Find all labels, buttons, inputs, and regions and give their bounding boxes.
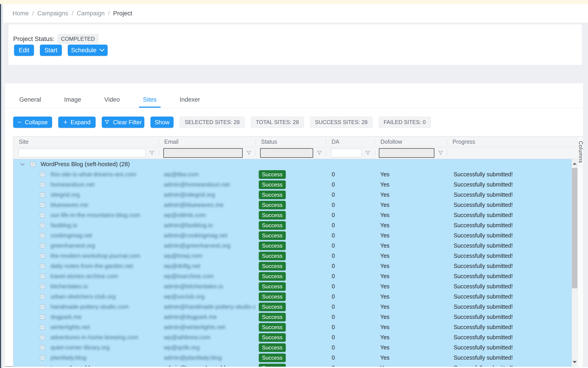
table-row[interactable]: ✓this-site-is-what-dreams-are.comwp@ttiw…: [13, 169, 572, 179]
clear-filter-button[interactable]: Clear Filter: [102, 117, 144, 128]
table-row[interactable]: ✓toverunbearable.usadmin@toverunbearable…: [13, 363, 572, 367]
row-checkbox[interactable]: ✓: [40, 213, 45, 218]
tab-image[interactable]: Image: [64, 96, 81, 108]
row-checkbox[interactable]: ✓: [40, 172, 45, 177]
row-checkbox[interactable]: ✓: [40, 243, 45, 248]
column-header-da[interactable]: DA: [326, 137, 375, 147]
tab-video[interactable]: Video: [104, 96, 120, 108]
column-header-email[interactable]: Email: [159, 137, 256, 147]
project-detail-card: General Image Video Sites Indexer − Coll…: [5, 83, 583, 367]
schedule-dropdown-button[interactable]: Schedule: [68, 45, 108, 56]
row-checkbox[interactable]: ✓: [40, 274, 45, 279]
table-row[interactable]: ✓plantlady.blogadmin@plantlady.blogSucce…: [13, 353, 572, 363]
column-header-progress[interactable]: Progress: [447, 137, 577, 147]
window-left-edge: [0, 4, 4, 368]
status-badge: Success: [259, 241, 286, 250]
scrollbar-down-arrow[interactable]: [572, 358, 577, 367]
dofollow-cell: Yes: [375, 240, 447, 251]
email-filter-input[interactable]: [163, 148, 243, 158]
column-header-status[interactable]: Status: [256, 137, 326, 147]
row-checkbox[interactable]: ✓: [40, 223, 45, 228]
row-checkbox[interactable]: ✓: [40, 355, 45, 360]
status-badge: Success: [259, 333, 286, 342]
edit-button[interactable]: Edit: [14, 45, 34, 56]
table-row[interactable]: ✓winterlights.netadmin@winterlights.netS…: [13, 322, 572, 332]
table-row[interactable]: ✓handmade-pottery-studio.comadmin@handma…: [13, 302, 572, 312]
table-row[interactable]: ✓the-modern-workshop-journal.comwp@tmwj.…: [13, 251, 572, 261]
dofollow-value: Yes: [380, 314, 389, 320]
table-row[interactable]: ✓quiet-corner-library.orgwp@qclib.orgSuc…: [13, 342, 572, 353]
site-filter-funnel-icon[interactable]: [149, 150, 154, 156]
column-header-site[interactable]: Site: [13, 137, 159, 147]
expand-button[interactable]: + Expand: [58, 117, 96, 128]
row-checkbox[interactable]: ✓: [40, 304, 45, 309]
status-filter-input[interactable]: [260, 148, 313, 158]
dofollow-value: Yes: [380, 304, 389, 310]
row-checkbox[interactable]: ✓: [40, 192, 45, 197]
table-row[interactable]: ✓cookingmag.netadmin@cookingmag.netSucce…: [13, 230, 572, 240]
start-button[interactable]: Start: [40, 45, 62, 56]
table-row[interactable]: ✓sitegrid.orgadmin@sitegrid.orgSuccess0Y…: [13, 190, 572, 200]
da-value: 0: [332, 181, 335, 188]
site-name: handmade-pottery-studio.com: [50, 303, 129, 310]
row-checkbox[interactable]: ✓: [40, 345, 45, 350]
checkmark-icon: ✓: [41, 335, 44, 339]
column-header-dofollow[interactable]: Dofollow: [375, 137, 447, 147]
group-label: WordPress Blog (seft-hosted) (28): [40, 161, 130, 168]
table-row[interactable]: ✓bluewaves.meadmin@bluewaves.meSuccess0Y…: [13, 200, 572, 210]
columns-panel-tab[interactable]: Columns: [578, 137, 584, 166]
row-checkbox[interactable]: ✓: [40, 202, 45, 208]
group-checkbox[interactable]: ✓: [30, 162, 35, 167]
show-button[interactable]: Show: [150, 117, 174, 128]
scrollbar-up-arrow[interactable]: [572, 159, 577, 168]
group-collapse-chevron-icon[interactable]: [20, 163, 25, 166]
table-row[interactable]: ✓kitchentales.ioadmin@kitchentales.ioSuc…: [13, 281, 572, 292]
scrollbar-thumb[interactable]: [572, 168, 577, 288]
dofollow-filter-funnel-icon[interactable]: [438, 150, 443, 156]
table-row[interactable]: ✓travel-stories-archive.comwp@tsarchive.…: [13, 271, 572, 281]
row-checkbox[interactable]: ✓: [40, 182, 45, 187]
breadcrumb-home[interactable]: Home: [12, 10, 29, 17]
table-row[interactable]: ✓greenharvest.orgadmin@greenharvest.orgS…: [13, 240, 572, 251]
row-checkbox[interactable]: ✓: [40, 366, 45, 367]
dofollow-value: Yes: [380, 293, 389, 300]
row-checkbox[interactable]: ✓: [40, 264, 45, 269]
table-row[interactable]: ✓adventures-in-home-brewing.comwp@aihbre…: [13, 332, 572, 342]
da-filter-input[interactable]: [331, 149, 362, 157]
table-header-row: Site Email Status DA Dofollow Progress: [13, 137, 577, 147]
row-checkbox[interactable]: ✓: [40, 284, 45, 289]
table-row[interactable]: ✓daily-notes-from-the-garden.netwp@dnftg…: [13, 261, 572, 271]
group-row-wordpress-blog[interactable]: ✓ WordPress Blog (seft-hosted) (28): [13, 159, 572, 169]
progress-cell: Successfully submitted!: [447, 271, 572, 281]
row-checkbox[interactable]: ✓: [40, 335, 45, 340]
vertical-scrollbar[interactable]: [572, 159, 577, 367]
breadcrumb-campaigns[interactable]: Campaigns: [37, 10, 68, 17]
status-filter-funnel-icon[interactable]: [317, 150, 322, 156]
tab-general[interactable]: General: [19, 96, 41, 108]
site-cell: ✓greenharvest.org: [13, 240, 159, 251]
email-filter-funnel-icon[interactable]: [246, 150, 251, 156]
row-checkbox[interactable]: ✓: [40, 253, 45, 258]
tab-indexer[interactable]: Indexer: [180, 96, 200, 108]
site-filter-input[interactable]: [18, 149, 146, 157]
dofollow-cell: Yes: [375, 179, 447, 190]
status-badge: Success: [259, 170, 286, 179]
table-row[interactable]: ✓urban-sketchers-club.orgwp@usclub.orgSu…: [13, 292, 572, 302]
dofollow-cell: Yes: [375, 230, 447, 240]
table-row[interactable]: ✓homeandsun.netadmin@homeandsun.netSucce…: [13, 179, 572, 190]
table-row[interactable]: ✓fastblog.ioadmin@fastblog.ioSuccess0Yes…: [13, 220, 572, 230]
dofollow-filter-input[interactable]: [379, 148, 434, 158]
breadcrumb-campaign[interactable]: Campaign: [77, 10, 105, 17]
table-row[interactable]: ✓dogpark.meadmin@dogpark.meSuccess0YesSu…: [13, 312, 572, 322]
row-checkbox[interactable]: ✓: [40, 315, 45, 320]
da-filter-funnel-icon[interactable]: [365, 150, 370, 156]
email-cell: wp@ttiw.com: [159, 169, 256, 179]
row-checkbox[interactable]: ✓: [40, 233, 45, 238]
collapse-button[interactable]: − Collapse: [13, 117, 52, 128]
da-cell: 0: [326, 281, 375, 292]
dofollow-value: Yes: [380, 171, 389, 178]
tab-sites[interactable]: Sites: [143, 96, 157, 108]
table-row[interactable]: ✓our-life-in-the-mountains-blog.comwp@ol…: [13, 210, 572, 220]
row-checkbox[interactable]: ✓: [40, 325, 45, 330]
row-checkbox[interactable]: ✓: [40, 294, 45, 299]
